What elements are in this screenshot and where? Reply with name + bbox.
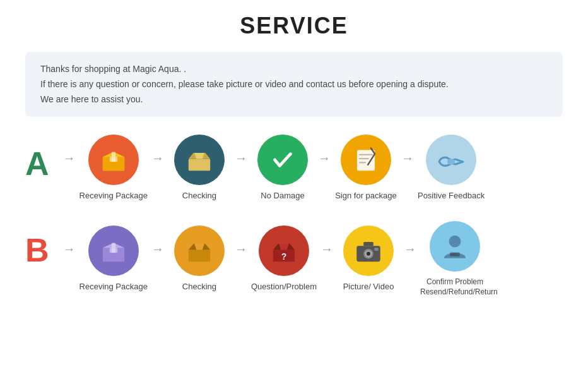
svg-rect-5 xyxy=(189,159,210,171)
arrow-icon: → xyxy=(404,242,416,256)
flow-a: A → Receving Package → xyxy=(25,135,563,202)
flow-b-step-1-label: Receving Package xyxy=(79,281,148,292)
svg-rect-9 xyxy=(357,150,375,171)
svg-rect-19 xyxy=(112,243,115,253)
svg-point-33 xyxy=(449,235,461,247)
flow-a-items: → Receving Package → xyxy=(59,135,563,202)
svg-point-30 xyxy=(367,252,370,256)
flow-a-step-4: Sign for package xyxy=(334,135,397,202)
svg-point-15 xyxy=(447,159,456,165)
svg-rect-12 xyxy=(359,162,366,164)
flow-a-step-1-label: Receving Package xyxy=(79,190,148,202)
confirm-problem-icon-b xyxy=(430,221,480,272)
svg-rect-20 xyxy=(189,250,210,262)
svg-rect-4 xyxy=(112,152,115,162)
receiving-package-icon-b xyxy=(88,226,139,276)
picture-video-icon-b xyxy=(343,226,394,276)
flow-b-step-3: ? Question/Problem xyxy=(251,226,317,292)
svg-rect-34 xyxy=(450,252,460,256)
flow-a-step-2: Checking xyxy=(168,135,231,202)
svg-rect-32 xyxy=(374,248,378,251)
flow-a-step-5-label: Positive Feedback xyxy=(418,190,485,202)
flow-b-step-4-label: Picture/ Video xyxy=(343,281,394,292)
flow-b-items: → Receving Package → xyxy=(59,221,563,298)
letter-a: A xyxy=(25,147,49,180)
flow-a-step-1: Receving Package xyxy=(79,135,148,202)
receiving-package-icon-a xyxy=(88,135,139,185)
flow-b-step-4: Picture/ Video xyxy=(337,226,400,292)
sign-package-icon-a xyxy=(341,135,391,185)
flow-b-step-2-label: Checking xyxy=(182,281,216,292)
svg-rect-31 xyxy=(363,242,373,246)
svg-rect-11 xyxy=(359,158,369,159)
info-line3: We are here to assist you. xyxy=(40,92,548,107)
svg-rect-10 xyxy=(359,154,373,155)
no-damage-icon-a xyxy=(257,135,308,185)
arrow-icon: → xyxy=(151,151,164,165)
flow-b-step-5-label: Confirm Problem Resend/Refund/Return xyxy=(420,277,490,298)
info-box: Thanks for shopping at Magic Aqua. . If … xyxy=(25,52,563,117)
arrow-icon: → xyxy=(151,242,164,256)
arrow-icon: → xyxy=(63,151,76,165)
flow-b-step-5: Confirm Problem Resend/Refund/Return xyxy=(420,221,490,298)
arrow-icon: → xyxy=(401,151,414,165)
info-line1: Thanks for shopping at Magic Aqua. . xyxy=(40,62,548,77)
flow-a-step-3: No Damage xyxy=(251,135,314,202)
question-problem-icon-b: ? xyxy=(259,226,309,276)
page-title: SERVICE xyxy=(25,13,563,39)
positive-feedback-icon-a xyxy=(426,135,476,185)
flow-b-step-3-label: Question/Problem xyxy=(251,281,317,292)
checking-icon-a xyxy=(174,135,225,185)
arrow-icon: → xyxy=(235,151,247,165)
info-line2: If there is any question or concern, ple… xyxy=(40,77,548,92)
svg-text:?: ? xyxy=(281,251,287,262)
checking-icon-b xyxy=(174,226,225,276)
arrow-icon: → xyxy=(320,242,333,256)
arrow-icon: → xyxy=(318,151,331,165)
flow-a-step-4-label: Sign for package xyxy=(335,190,397,202)
arrow-icon: → xyxy=(235,242,247,256)
flow-b-step-1: Receving Package xyxy=(79,226,148,292)
flow-a-step-2-label: Checking xyxy=(182,190,216,202)
arrow-icon: → xyxy=(63,242,76,256)
flow-a-step-5: Positive Feedback xyxy=(418,135,485,202)
flow-b-step-2: Checking xyxy=(168,226,231,292)
letter-b: B xyxy=(25,234,49,267)
flow-b: B → Receving Package → xyxy=(25,221,563,298)
flow-a-step-3-label: No Damage xyxy=(261,190,304,202)
